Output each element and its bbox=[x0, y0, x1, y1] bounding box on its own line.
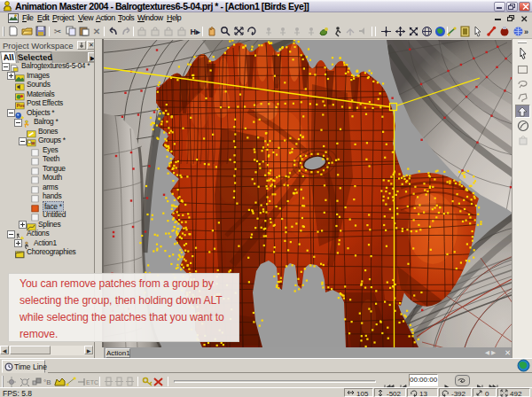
svg-text:ETC: ETC bbox=[86, 379, 98, 385]
svg-text:Post: Post bbox=[17, 105, 25, 109]
svg-text:°B: °B bbox=[43, 378, 51, 386]
